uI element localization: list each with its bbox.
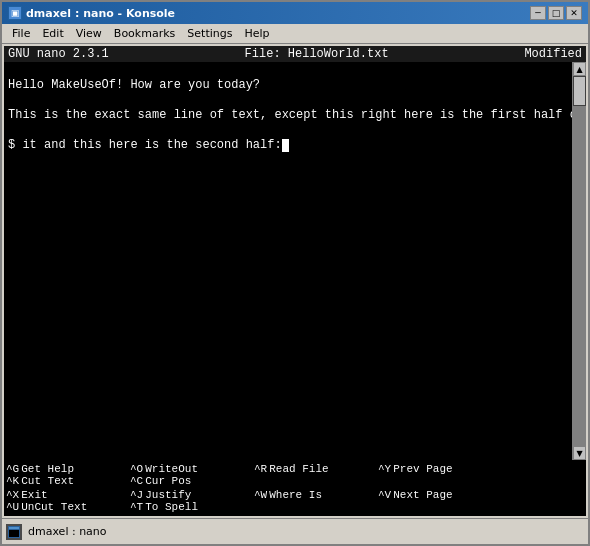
nano-filename: File: HelloWorld.txt [245,47,389,61]
shortcut-key-k: ^K [6,475,19,487]
nano-version: GNU nano 2.3.1 [8,47,109,61]
shortcut-row-1: ^G Get Help ^O WriteOut ^R Read File ^Y … [4,462,586,488]
terminal-wrapper: GNU nano 2.3.1 File: HelloWorld.txt Modi… [2,44,588,518]
scrollbar-up-button[interactable]: ▲ [573,62,586,76]
editor-line-1 [8,93,15,107]
shortcut-key-c: ^C [130,475,143,487]
shortcut-label-u: UnCut Text [21,501,87,513]
shortcut-nextpage: ^V Next Page [378,489,498,501]
shortcut-label-x: Exit [21,489,47,501]
menu-help[interactable]: Help [238,26,275,41]
menu-bookmarks[interactable]: Bookmarks [108,26,181,41]
shortcut-key-u: ^U [6,501,19,513]
close-button[interactable]: ✕ [566,6,582,20]
menu-edit[interactable]: Edit [36,26,69,41]
shortcut-key-g: ^G [6,463,19,475]
shortcut-label-j: Justify [145,489,191,501]
nano-status-bar: GNU nano 2.3.1 File: HelloWorld.txt Modi… [4,46,586,62]
menu-file[interactable]: File [6,26,36,41]
minimize-button[interactable]: ─ [530,6,546,20]
shortcut-curpos: ^C Cur Pos [130,475,250,487]
scrollbar-thumb[interactable] [573,76,586,106]
scrollbar-down-button[interactable]: ▼ [573,446,586,460]
shortcut-key-x: ^X [6,489,19,501]
shortcut-key-t: ^T [130,501,143,513]
taskbar: dmaxel : nano [2,518,588,544]
scrollbar[interactable]: ▲ ▼ [572,62,586,460]
taskbar-icon [6,524,22,540]
nano-shortcuts: ^G Get Help ^O WriteOut ^R Read File ^Y … [4,460,586,516]
shortcut-label-o: WriteOut [145,463,198,475]
nano-modified: Modified [524,47,582,61]
terminal-container[interactable]: GNU nano 2.3.1 File: HelloWorld.txt Modi… [4,46,586,516]
shortcut-label-g: Get Help [21,463,74,475]
shortcut-writeout: ^O WriteOut [130,463,250,475]
maximize-button[interactable]: □ [548,6,564,20]
editor-line-3 [8,123,15,137]
shortcut-label-c: Cur Pos [145,475,191,487]
shortcut-label-t: To Spell [145,501,198,513]
text-cursor [282,139,289,152]
shortcut-exit: ^X Exit [6,489,126,501]
nano-editor[interactable]: Hello MakeUseOf! How are you today? This… [4,62,572,460]
shortcut-label-r: Read File [269,463,328,475]
title-bar: ▣ dmaxel : nano - Konsole ─ □ ✕ [2,2,588,24]
shortcut-readfile: ^R Read File [254,463,374,475]
shortcut-key-w: ^W [254,489,267,501]
title-bar-left: ▣ dmaxel : nano - Konsole [8,6,175,20]
taskbar-label: dmaxel : nano [28,525,107,538]
menu-settings[interactable]: Settings [181,26,238,41]
title-text: dmaxel : nano - Konsole [26,7,175,20]
main-window: ▣ dmaxel : nano - Konsole ─ □ ✕ File Edi… [0,0,590,546]
shortcut-cuttext: ^K Cut Text [6,475,126,487]
shortcut-key-r: ^R [254,463,267,475]
shortcut-whereis: ^W Where Is [254,489,374,501]
shortcut-prevpage: ^Y Prev Page [378,463,498,475]
editor-line-0: Hello MakeUseOf! How are you today? [8,78,260,92]
shortcut-get-help: ^G Get Help [6,463,126,475]
shortcut-uncuttext: ^U UnCut Text [6,501,126,513]
shortcut-tospell: ^T To Spell [130,501,250,513]
menu-view[interactable]: View [70,26,108,41]
terminal-body-wrap: Hello MakeUseOf! How are you today? This… [4,62,586,460]
shortcut-key-j: ^J [130,489,143,501]
shortcut-label-v: Next Page [393,489,452,501]
shortcut-label-k: Cut Text [21,475,74,487]
editor-line-4: $ it and this here is the second half: [8,138,289,152]
shortcut-key-o: ^O [130,463,143,475]
shortcut-label-y: Prev Page [393,463,452,475]
window-icon: ▣ [8,6,22,20]
scrollbar-track[interactable] [573,76,586,446]
shortcut-justify: ^J Justify [130,489,250,501]
shortcut-row-2: ^X Exit ^J Justify ^W Where Is ^V Next P… [4,488,586,514]
svg-rect-1 [9,527,19,529]
shortcut-label-w: Where Is [269,489,322,501]
menu-bar: File Edit View Bookmarks Settings Help [2,24,588,44]
editor-line-2: This is the exact same line of text, exc… [8,108,572,122]
shortcut-key-y: ^Y [378,463,391,475]
shortcut-key-v: ^V [378,489,391,501]
title-bar-buttons: ─ □ ✕ [530,6,582,20]
svg-rect-2 [9,530,19,537]
